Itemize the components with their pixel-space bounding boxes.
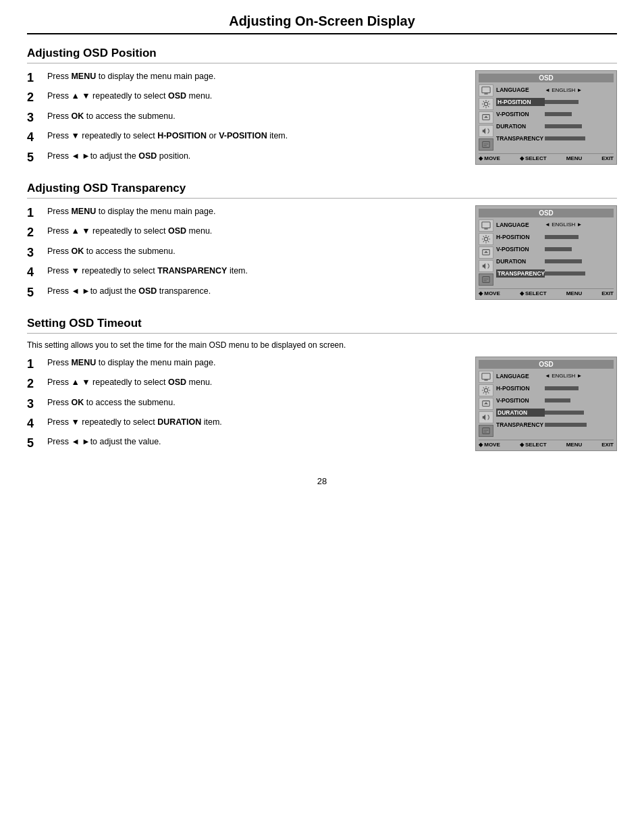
- osd-bar: [545, 136, 585, 140]
- step-number: 3: [27, 110, 43, 126]
- step-text: Press OK to access the submenu.: [47, 245, 464, 258]
- osd-footer-label: ◆ SELECT: [520, 290, 547, 296]
- svg-point-16: [484, 388, 487, 392]
- step-osd-position-3: 3Press OK to access the submenu.: [27, 110, 464, 126]
- step-text: Press ▲ ▼ repeatedly to select OSD menu.: [47, 225, 464, 238]
- osd-bar: [545, 411, 584, 415]
- osd-row: DURATION: [496, 256, 614, 267]
- step-setting-timeout-3: 3Press OK to access the submenu.: [27, 396, 464, 412]
- steps-col-osd-position: 1Press MENU to display the menu main pag…: [27, 70, 464, 170]
- step-number: 1: [27, 205, 43, 221]
- osd-row: DURATION: [496, 407, 614, 418]
- audio-icon: [479, 411, 493, 423]
- step-text: Press ◄ ►to adjust the OSD position.: [47, 150, 464, 163]
- step-osd-position-5: 5Press ◄ ►to adjust the OSD position.: [27, 150, 464, 165]
- osd-bar: [545, 235, 579, 239]
- osd-row-value: ◄ ENGLISH ►: [545, 221, 614, 228]
- osd-bar: [545, 247, 572, 251]
- osd-rows-col: LANGUAGE◄ ENGLISH ►H-POSITIONV-POSITIOND…: [496, 219, 614, 286]
- osd-row-value: [545, 112, 614, 116]
- section-description-setting-timeout: This setting allows you to set the time …: [27, 340, 617, 350]
- svg-rect-15: [484, 380, 487, 380]
- osd-row-value: [545, 100, 614, 104]
- section-setting-timeout: Setting OSD TimeoutThis setting allows y…: [27, 317, 617, 456]
- svg-rect-0: [482, 87, 490, 93]
- step-osd-transparency-1: 1Press MENU to display the menu main pag…: [27, 205, 464, 221]
- svg-rect-1: [484, 93, 487, 94]
- osd-row-value: [545, 247, 614, 251]
- osd-footer-label: EXIT: [601, 442, 614, 448]
- step-osd-transparency-2: 2Press ▲ ▼ repeatedly to select OSD menu…: [27, 225, 464, 240]
- page-title: Adjusting On-Screen Display: [27, 14, 617, 34]
- osd-title-bar: OSD: [479, 209, 614, 217]
- osd-row-value: [545, 423, 614, 427]
- osd-row-value: [545, 386, 614, 390]
- osd-title-bar: OSD: [479, 74, 614, 82]
- step-setting-timeout-4: 4Press ▼ repeatedly to select DURATION i…: [27, 416, 464, 432]
- steps-col-setting-timeout: 1Press MENU to display the menu main pag…: [27, 357, 464, 456]
- section-osd-position: Adjusting OSD Position1Press MENU to dis…: [27, 47, 617, 170]
- osd-body: LANGUAGE◄ ENGLISH ►H-POSITIONV-POSITIOND…: [479, 219, 614, 286]
- step-text: Press MENU to display the menu main page…: [47, 70, 464, 83]
- osd-row-value: ◄ ENGLISH ►: [545, 87, 614, 93]
- osd-row-label: H-POSITION: [496, 234, 545, 240]
- osd-row: H-POSITION: [496, 97, 614, 107]
- osd-body: LANGUAGE◄ ENGLISH ►H-POSITIONV-POSITIOND…: [479, 84, 614, 151]
- osd-footer: ◆ MOVE◆ SELECTMENUEXIT: [479, 153, 614, 161]
- osd-title-bar: OSD: [479, 360, 614, 369]
- svg-rect-14: [482, 373, 490, 380]
- osd-row: LANGUAGE◄ ENGLISH ►: [496, 84, 614, 95]
- osd-row: TRANSPARENCY: [496, 419, 614, 430]
- osd-bar: [545, 100, 579, 104]
- step-text: Press MENU to display the menu main page…: [47, 205, 464, 218]
- osd-footer-label: EXIT: [601, 155, 614, 161]
- osd-box-osd-transparency: OSDLANGUAGE◄ ENGLISH ►H-POSITIONV-POSITI…: [475, 205, 617, 300]
- osd-row-value: [545, 136, 614, 140]
- osd-footer-label: ◆ SELECT: [520, 442, 547, 448]
- osd-icon: [479, 138, 493, 151]
- osd-row: V-POSITION: [496, 109, 614, 120]
- osd-footer-label: MENU: [566, 442, 583, 448]
- svg-point-2: [484, 102, 487, 105]
- step-text: Press ▼ repeatedly to select TRANSPARENC…: [47, 265, 464, 278]
- section-title-osd-position: Adjusting OSD Position: [27, 47, 617, 60]
- osd-row-label: TRANSPARENCY: [496, 421, 545, 428]
- step-osd-transparency-4: 4Press ▼ repeatedly to select TRANSPAREN…: [27, 265, 464, 280]
- audio-icon: [479, 260, 493, 272]
- osd-box-setting-timeout: OSDLANGUAGE◄ ENGLISH ►H-POSITIONV-POSITI…: [475, 357, 617, 451]
- osd-row-value: [545, 259, 614, 263]
- step-osd-position-2: 2Press ▲ ▼ repeatedly to select OSD menu…: [27, 90, 464, 105]
- osd-bar: [545, 271, 585, 276]
- osd-footer-label: MENU: [566, 290, 583, 296]
- osd-rows-col: LANGUAGE◄ ENGLISH ►H-POSITIONV-POSITIOND…: [496, 84, 614, 151]
- svg-rect-18: [483, 428, 490, 434]
- step-text: Press OK to access the submenu.: [47, 396, 464, 409]
- osd-row-label: V-POSITION: [496, 397, 545, 404]
- step-number: 2: [27, 376, 43, 392]
- osd-row-label: LANGUAGE: [496, 86, 545, 93]
- page-number: 28: [27, 476, 617, 486]
- osd-bar: [545, 259, 582, 263]
- osd-bar: [545, 386, 579, 390]
- osd-row-value: ◄ ENGLISH ►: [545, 373, 614, 379]
- section-content-osd-position: 1Press MENU to display the menu main pag…: [27, 70, 617, 170]
- step-text: Press ▼ repeatedly to select H-POSITION …: [47, 130, 464, 142]
- osd-row: TRANSPARENCY: [496, 268, 614, 279]
- step-osd-transparency-3: 3Press OK to access the submenu.: [27, 245, 464, 261]
- step-text: Press ▲ ▼ repeatedly to select OSD menu.: [47, 376, 464, 389]
- step-number: 2: [27, 90, 43, 105]
- osd-icon: [479, 273, 493, 286]
- step-text: Press ▲ ▼ repeatedly to select OSD menu.: [47, 90, 464, 103]
- osd-footer-label: ◆ MOVE: [479, 155, 500, 161]
- osd-row-label: H-POSITION: [496, 98, 545, 106]
- step-text: Press OK to access the submenu.: [47, 110, 464, 123]
- audio-icon: [479, 125, 493, 137]
- settings-icon: [479, 384, 493, 396]
- step-text: Press MENU to display the menu main page…: [47, 357, 464, 369]
- osd-footer: ◆ MOVE◆ SELECTMENUEXIT: [479, 440, 614, 448]
- settings-icon: [479, 98, 493, 110]
- step-number: 2: [27, 225, 43, 240]
- osd-box-osd-position: OSDLANGUAGE◄ ENGLISH ►H-POSITIONV-POSITI…: [475, 70, 617, 165]
- step-text: Press ◄ ►to adjust the value.: [47, 436, 464, 448]
- osd-row: H-POSITION: [496, 232, 614, 242]
